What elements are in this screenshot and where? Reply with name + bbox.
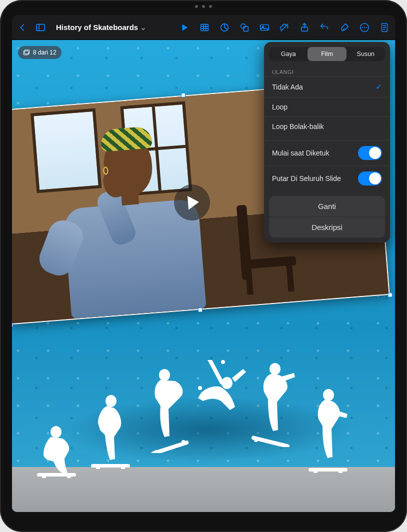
svg-point-16 — [362, 26, 363, 28]
repeat-option-label: Loop Bolak-balik — [272, 122, 324, 130]
svg-point-43 — [254, 438, 258, 442]
repeat-option-label: Loop — [272, 103, 288, 111]
row-play-across-slides: Putar Di Seluruh Slide — [264, 166, 390, 191]
back-icon[interactable] — [17, 22, 28, 33]
tab-arrange[interactable]: Susun — [346, 47, 385, 61]
svg-rect-9 — [244, 26, 248, 31]
shapes-icon[interactable] — [239, 22, 250, 33]
description-button[interactable]: Deskripsi — [269, 216, 385, 238]
top-toolbar: History of Skateboards ⌄ — [12, 15, 395, 40]
table-icon[interactable] — [199, 22, 210, 33]
svg-rect-0 — [36, 24, 45, 30]
share-icon[interactable] — [299, 22, 310, 33]
repeat-option-none[interactable]: Tidak Ada ✓ — [264, 76, 390, 98]
chevron-down-icon: ⌄ — [140, 23, 146, 32]
svg-point-29 — [106, 395, 116, 407]
svg-rect-38 — [202, 360, 224, 385]
row-start-on-tap: Mulai saat Diketuk — [264, 140, 390, 166]
checkmark-icon: ✓ — [376, 82, 382, 92]
document-title-text: History of Skateboards — [56, 23, 138, 32]
svg-point-41 — [270, 363, 280, 375]
play-across-slides-toggle[interactable] — [358, 172, 382, 186]
format-tabs: Gaya Film Susun — [269, 47, 385, 61]
svg-rect-24 — [24, 50, 29, 54]
format-popover: Gaya Film Susun ULANGI Tidak Ada ✓ Loop … — [264, 42, 390, 242]
repeat-option-loop[interactable]: Loop — [264, 98, 390, 117]
tab-style[interactable]: Gaya — [269, 47, 308, 61]
svg-point-45 — [323, 389, 334, 401]
tab-film[interactable]: Film — [308, 47, 346, 61]
skater-silhouettes — [32, 362, 375, 477]
slide-counter-text: 8 dari 12 — [33, 49, 56, 56]
undo-icon[interactable] — [319, 22, 330, 33]
svg-point-18 — [366, 26, 367, 28]
svg-point-25 — [50, 426, 62, 438]
start-on-tap-toggle[interactable] — [358, 146, 382, 160]
sidebar-icon[interactable] — [35, 22, 46, 33]
svg-marker-2 — [182, 24, 188, 30]
play-presentation-icon[interactable] — [179, 22, 190, 33]
multitask-dots — [195, 5, 212, 8]
svg-point-39 — [198, 386, 202, 390]
svg-point-17 — [364, 26, 365, 28]
repeat-option-list: Tidak Ada ✓ Loop Loop Bolak-balik — [264, 76, 390, 136]
svg-point-10 — [241, 24, 246, 28]
svg-point-33 — [159, 369, 170, 381]
slide-counter-badge[interactable]: 8 dari 12 — [18, 46, 62, 59]
repeat-option-loop-back[interactable]: Loop Bolak-balik — [264, 117, 390, 136]
replace-button[interactable]: Ganti — [269, 196, 385, 216]
svg-line-13 — [281, 24, 288, 31]
document-settings-icon[interactable] — [379, 22, 390, 33]
play-across-slides-label: Putar Di Seluruh Slide — [272, 174, 341, 182]
format-brush-icon[interactable] — [339, 22, 350, 33]
ipad-frame: History of Skateboards ⌄ 8 dari — [0, 0, 407, 532]
screen: History of Skateboards ⌄ 8 dari — [12, 15, 395, 512]
svg-point-36 — [182, 440, 186, 444]
section-label-repeat: ULANGI — [264, 66, 390, 76]
selection-handle[interactable] — [181, 92, 186, 98]
media-icon[interactable] — [259, 22, 270, 33]
svg-rect-23 — [24, 51, 28, 55]
svg-rect-3 — [201, 24, 208, 30]
selection-handle[interactable] — [198, 308, 203, 312]
repeat-option-label: Tidak Ada — [272, 83, 303, 91]
selection-handle[interactable] — [388, 292, 392, 298]
start-on-tap-label: Mulai saat Diketuk — [272, 149, 329, 157]
more-icon[interactable] — [359, 22, 370, 33]
cloud-off-icon[interactable] — [279, 22, 290, 33]
chart-icon[interactable] — [219, 22, 230, 33]
popover-actions: Ganti Deskripsi — [269, 196, 385, 238]
svg-point-40 — [221, 360, 225, 364]
document-title[interactable]: History of Skateboards ⌄ — [56, 23, 146, 32]
playback-options: Mulai saat Diketuk Putar Di Seluruh Slid… — [264, 140, 390, 191]
